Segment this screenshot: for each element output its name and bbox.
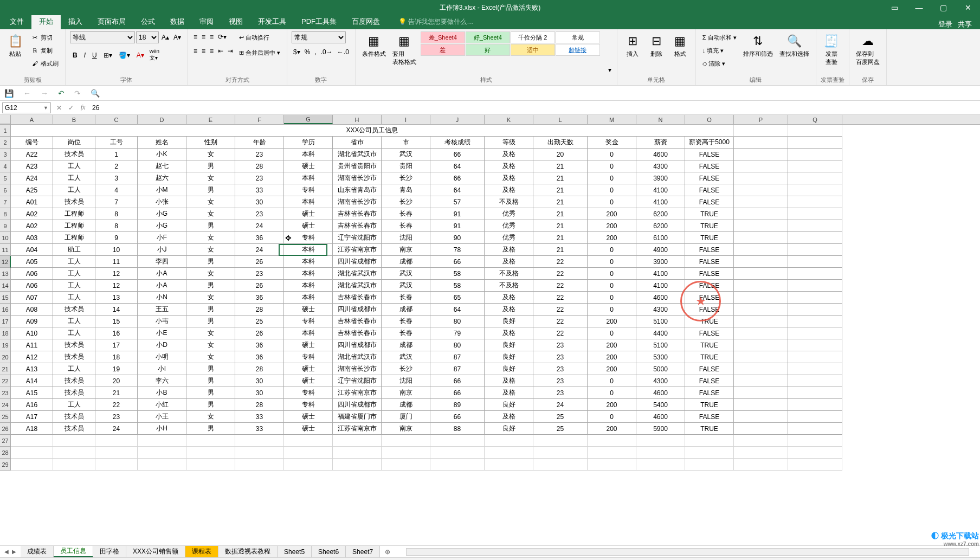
cell[interactable]: TRUE — [685, 339, 734, 351]
cell[interactable]: 小H — [138, 423, 186, 435]
cell[interactable]: 武汉 — [382, 149, 430, 160]
cell[interactable]: 女 — [186, 232, 235, 244]
cell[interactable]: FALSE — [685, 375, 734, 387]
cell[interactable]: 66 — [430, 387, 485, 399]
cell[interactable]: 23 — [533, 339, 588, 351]
cell[interactable] — [788, 375, 842, 387]
cell[interactable]: A05 — [11, 256, 53, 268]
cell[interactable]: 8 — [95, 220, 138, 232]
cell[interactable]: 1 — [95, 149, 138, 160]
cell[interactable] — [734, 149, 788, 160]
cell[interactable]: 64 — [430, 184, 485, 196]
cell[interactable]: A02 — [11, 208, 53, 220]
cell[interactable] — [333, 435, 382, 447]
cell[interactable]: 200 — [588, 423, 636, 435]
cell[interactable] — [734, 411, 788, 423]
cell[interactable]: 硕士 — [284, 423, 333, 435]
style-neutral[interactable]: 适中 — [511, 44, 555, 56]
cell[interactable]: 长沙 — [382, 172, 430, 184]
cell[interactable]: 4600 — [636, 292, 685, 304]
cell[interactable]: 专科 — [284, 184, 333, 196]
cell[interactable]: 17 — [95, 339, 138, 351]
cell[interactable]: 省市 — [333, 137, 382, 149]
cell[interactable]: 15 — [95, 316, 138, 327]
row-header[interactable]: 24 — [0, 399, 11, 411]
cell[interactable]: 0 — [588, 280, 636, 292]
cell[interactable] — [734, 208, 788, 220]
col-header-G[interactable]: G — [284, 115, 333, 124]
cell[interactable]: 小A — [138, 268, 186, 280]
horizontal-scrollbar[interactable] — [395, 546, 980, 557]
cell[interactable] — [186, 447, 235, 459]
cell[interactable]: 及格 — [485, 375, 533, 387]
cell[interactable]: 21 — [533, 196, 588, 208]
cell[interactable]: 4400 — [636, 327, 685, 339]
cell[interactable]: 吉林省长春市 — [333, 292, 382, 304]
cell[interactable]: FALSE — [685, 256, 734, 268]
cell[interactable]: FALSE — [685, 196, 734, 208]
style-hyperlink[interactable]: 超链接 — [556, 44, 600, 56]
cell[interactable]: 四川省成都市 — [333, 339, 382, 351]
col-header-F[interactable]: F — [235, 115, 284, 124]
cell[interactable]: 0 — [588, 268, 636, 280]
cell[interactable]: 200 — [588, 208, 636, 220]
orientation-icon[interactable]: ⟳▾ — [216, 31, 228, 42]
cell[interactable]: 57 — [430, 196, 485, 208]
cell[interactable]: 25 — [533, 411, 588, 423]
save-icon[interactable]: 💾 — [4, 89, 14, 98]
cell[interactable]: 及格 — [485, 387, 533, 399]
cell[interactable]: 小韦 — [138, 316, 186, 327]
cell[interactable]: 良好 — [485, 363, 533, 375]
cell[interactable] — [788, 196, 842, 208]
cell[interactable]: 助工 — [53, 244, 95, 256]
cell[interactable]: FALSE — [685, 363, 734, 375]
cell[interactable] — [95, 435, 138, 447]
cell[interactable]: 200 — [588, 316, 636, 327]
cell[interactable]: 良好 — [485, 423, 533, 435]
cell[interactable] — [788, 363, 842, 375]
cell[interactable] — [138, 459, 186, 471]
cell[interactable]: 21 — [533, 208, 588, 220]
cell[interactable] — [734, 125, 788, 137]
cell[interactable] — [430, 435, 485, 447]
cell[interactable]: 小F — [138, 232, 186, 244]
cell[interactable] — [588, 435, 636, 447]
cell[interactable] — [235, 435, 284, 447]
conditional-format-button[interactable]: ▦条件格式 — [360, 31, 388, 59]
cancel-icon[interactable]: ✕ — [53, 104, 65, 112]
cell[interactable]: 辽宁省沈阳市 — [333, 375, 382, 387]
cell[interactable] — [734, 256, 788, 268]
cell[interactable]: 11 — [95, 256, 138, 268]
cell[interactable]: 2 — [95, 160, 138, 172]
cell-styles-gallery[interactable]: 差_Sheet4 好_Sheet4 千位分隔 2 常规 差 好 适中 超链接 — [421, 31, 605, 56]
col-header-K[interactable]: K — [485, 115, 533, 124]
minimize-icon[interactable]: — — [907, 0, 931, 15]
cell[interactable]: 及格 — [485, 411, 533, 423]
cell[interactable]: 女 — [186, 351, 235, 363]
cell[interactable] — [284, 459, 333, 471]
cell[interactable]: 男 — [186, 304, 235, 316]
row-header[interactable]: 15 — [0, 292, 11, 304]
ribbon-display-icon[interactable]: ▭ — [882, 0, 907, 15]
cell[interactable]: 0 — [588, 375, 636, 387]
cell[interactable]: 小G — [138, 208, 186, 220]
cell[interactable]: FALSE — [685, 387, 734, 399]
cell[interactable]: 姓名 — [138, 137, 186, 149]
cell[interactable] — [95, 459, 138, 471]
cell[interactable]: 24 — [235, 220, 284, 232]
row-header[interactable]: 29 — [0, 459, 11, 471]
cell[interactable]: 本科 — [284, 268, 333, 280]
cell[interactable]: 工人 — [53, 268, 95, 280]
cell[interactable]: 四川省成都市 — [333, 256, 382, 268]
col-header-H[interactable]: H — [333, 115, 382, 124]
cell[interactable]: 22 — [533, 280, 588, 292]
row-header[interactable]: 27 — [0, 435, 11, 447]
cell[interactable]: A22 — [11, 149, 53, 160]
sheet-tab-tianzi[interactable]: 田字格 — [93, 546, 126, 557]
comma-icon[interactable]: , — [313, 47, 318, 57]
cell[interactable]: 66 — [430, 375, 485, 387]
cell[interactable]: 200 — [588, 232, 636, 244]
cell[interactable]: 良好 — [485, 339, 533, 351]
enter-icon[interactable]: ✓ — [65, 104, 77, 112]
tab-formulas[interactable]: 公式 — [133, 14, 163, 29]
